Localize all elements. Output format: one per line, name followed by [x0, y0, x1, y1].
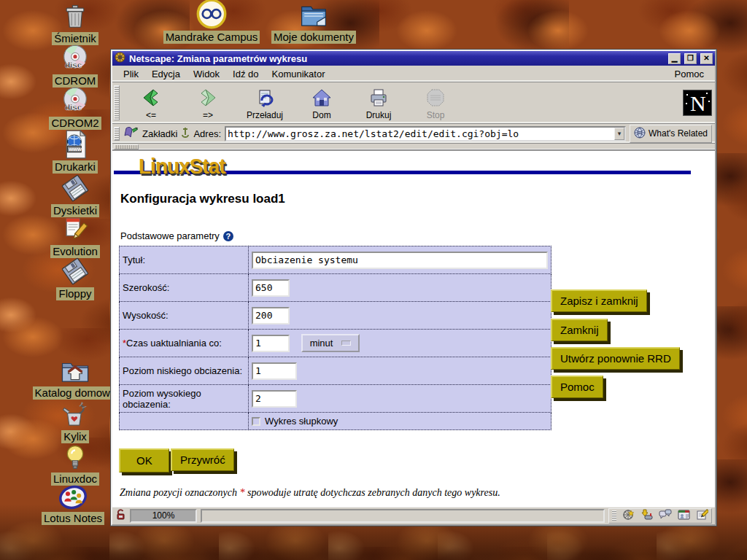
- desktop-icon-floppies[interactable]: Dyskietki: [40, 174, 110, 217]
- close-page-button[interactable]: Zamknij: [551, 319, 608, 341]
- field-label: Tytuł:: [123, 254, 145, 265]
- discussions-icon[interactable]: [659, 509, 672, 523]
- toolbar-grip[interactable]: [114, 85, 120, 120]
- width-input[interactable]: [252, 279, 290, 297]
- toolbar-expand-tab[interactable]: [114, 144, 139, 149]
- floppy-icon: [40, 257, 110, 286]
- print-button[interactable]: Drukuj: [350, 84, 407, 122]
- security-padlock-icon[interactable]: [115, 509, 126, 524]
- menu-plik[interactable]: Plik: [117, 67, 145, 81]
- netscape-logo[interactable]: N: [683, 90, 712, 116]
- table-row: Tytuł:: [120, 246, 551, 274]
- url-dropdown-button[interactable]: ▾: [614, 128, 624, 140]
- address-bar: Zakładki Adres: http://www.grosz.za.net/…: [112, 124, 715, 144]
- interval-unit-select[interactable]: minut: [301, 334, 360, 352]
- address-book-icon[interactable]: [678, 509, 690, 523]
- table-row: Poziom wysokiego obciazenia:: [120, 385, 551, 413]
- progress-indicator: 100%: [130, 509, 197, 523]
- table-row: *Czas uaktualniania co: minut: [120, 330, 551, 357]
- desktop-icon-my-documents[interactable]: Moje dokumenty: [259, 0, 368, 44]
- menu-edycja[interactable]: Edycja: [145, 67, 187, 81]
- field-label: Wysokość:: [123, 310, 169, 321]
- stop-button[interactable]: Stop: [407, 84, 464, 122]
- desktop-icon-linuxdoc[interactable]: Linuxdoc: [40, 442, 110, 486]
- notes-pencil-icon: [40, 214, 110, 244]
- desktop-icon-evolution[interactable]: Evolution: [40, 214, 110, 258]
- desktop-icon-cdrom[interactable]: disc CDROM: [40, 44, 110, 88]
- high-load-input[interactable]: [252, 390, 297, 408]
- reset-button[interactable]: Przywróć: [171, 448, 234, 471]
- desktop-icon-cdrom2[interactable]: disc CDROM2: [40, 86, 110, 130]
- desktop-icon-label: Mandrake Campus: [163, 31, 260, 44]
- component-bar-grip[interactable]: [612, 510, 616, 521]
- parameters-table: Tytuł: Szerokość: Wysokość: *Czas uaktua…: [119, 246, 551, 430]
- bookmarks-label[interactable]: Zakładki: [142, 128, 177, 139]
- whats-related-label: What's Related: [649, 128, 708, 139]
- desktop-icon-kylix[interactable]: Kylix: [40, 400, 110, 443]
- desktop-icon-trash[interactable]: Śmietnik: [40, 1, 110, 45]
- menu-komunikator[interactable]: Komunikator: [266, 67, 332, 81]
- low-load-input[interactable]: [252, 362, 297, 380]
- navigator-icon[interactable]: [622, 509, 635, 524]
- lightbulb-icon: [40, 442, 110, 471]
- desktop-icon-label: Katalog domowy: [33, 386, 118, 400]
- desktop-icon-lotus-notes[interactable]: Lotus Notes: [38, 481, 108, 525]
- help-button[interactable]: Pomoc: [551, 376, 603, 398]
- desktop-icon-label: Floppy: [56, 287, 93, 300]
- help-icon[interactable]: ?: [223, 231, 233, 241]
- desktop-icon-label: CDROM2: [49, 117, 101, 130]
- svg-text:www: www: [68, 146, 82, 152]
- section-label: Podstawowe parametry: [120, 230, 220, 241]
- composer-icon[interactable]: [696, 509, 708, 523]
- url-field[interactable]: http://www.grosz.za.net/lstat2/edit/edit…: [225, 126, 626, 141]
- menu-widok[interactable]: Widok: [187, 67, 226, 81]
- home-button[interactable]: Dom: [293, 84, 350, 122]
- menu-idz-do[interactable]: Idź do: [226, 67, 265, 81]
- table-row: Wykres słupkowy: [120, 413, 551, 430]
- interval-input[interactable]: [252, 335, 290, 352]
- netscape-window: Netscape: Zmiana parametrów wykresu ▁ ❒ …: [111, 50, 716, 526]
- bar-chart-checkbox[interactable]: [252, 417, 260, 426]
- reload-button[interactable]: Przeładuj: [236, 84, 293, 122]
- minimize-button[interactable]: ▁: [668, 53, 681, 64]
- save-and-close-button[interactable]: Zapisz i zamknij: [551, 289, 647, 312]
- desktop: { "desktop": { "cd_text": "disc", "www_t…: [0, 0, 747, 560]
- stop-icon: [426, 86, 445, 109]
- field-label: Poziom niskiego obciazenia:: [123, 365, 242, 376]
- home-icon: [311, 86, 332, 109]
- desktop-icon-mandrake-campus[interactable]: Mandrake Campus: [157, 0, 266, 44]
- desktop-icon-printers[interactable]: www Drukarki: [40, 130, 110, 174]
- titlebar[interactable]: Netscape: Zmiana parametrów wykresu ▁ ❒ …: [112, 51, 715, 66]
- desktop-icon-floppy[interactable]: Floppy: [40, 257, 110, 300]
- window-title: Netscape: Zmiana parametrów wykresu: [129, 53, 665, 64]
- recreate-rrd-button[interactable]: Utwórz ponownie RRD: [551, 347, 680, 370]
- window-menu-icon[interactable]: [115, 52, 125, 65]
- spectacles-icon: [157, 0, 266, 29]
- home-label: Dom: [312, 110, 330, 120]
- close-button[interactable]: ✕: [700, 53, 713, 64]
- whats-related-button[interactable]: What's Related: [630, 125, 712, 143]
- height-input[interactable]: [252, 307, 290, 324]
- bookmarks-icon[interactable]: [124, 126, 139, 141]
- ok-button[interactable]: OK: [119, 448, 169, 472]
- printer-icon: [368, 86, 389, 109]
- table-row: Wysokość:: [120, 302, 551, 330]
- forward-button[interactable]: =>: [179, 84, 236, 122]
- watering-can-icon: [40, 400, 110, 429]
- footer-note: Zmiana pozycji oznaczonych * spowoduje u…: [120, 487, 500, 499]
- maximize-button[interactable]: ❒: [684, 53, 697, 64]
- field-label: Szerokość:: [123, 282, 169, 293]
- menu-pomoc[interactable]: Pomoc: [668, 67, 711, 81]
- title-input[interactable]: [252, 252, 548, 269]
- addressbar-grip[interactable]: [114, 127, 120, 141]
- floppy-icon: [40, 174, 110, 203]
- forward-label: =>: [203, 110, 213, 120]
- site-logo: LinuxStat: [139, 155, 225, 179]
- url-text[interactable]: http://www.grosz.za.net/lstat2/edit/edit…: [226, 128, 614, 139]
- www-document-icon: www: [40, 130, 110, 159]
- page-title: Konfiguracja wykresu load1: [120, 192, 285, 206]
- forward-arrow-icon: [198, 86, 217, 109]
- inbox-icon[interactable]: [640, 509, 653, 524]
- back-button[interactable]: <=: [123, 84, 179, 122]
- navigation-toolbar: <= => Przeładuj Dom Drukuj: [112, 82, 715, 124]
